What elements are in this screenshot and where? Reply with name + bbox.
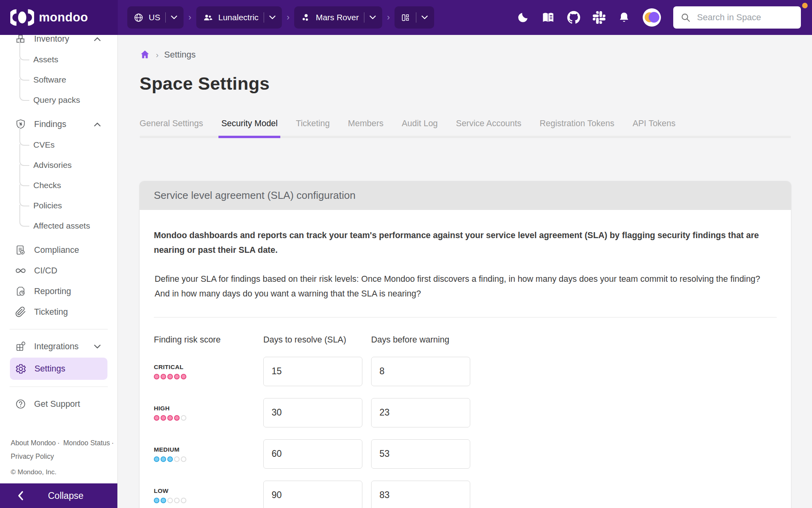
region-selector[interactable]: US (127, 6, 184, 29)
sidebar-item-label: Advisories (33, 160, 72, 170)
column-header-risk-score: Finding risk score (154, 335, 263, 345)
sidebar-item-advisories[interactable]: Advisories (0, 155, 117, 175)
sidebar-item-label: Inventory (34, 35, 69, 44)
sla-intro: Define your SLA for findings based on th… (155, 272, 777, 301)
globe-icon (134, 13, 144, 23)
mondoo-logomark-icon (10, 9, 34, 26)
tab-service-accounts[interactable]: Service Accounts (456, 119, 521, 136)
notification-alert-dot (802, 3, 808, 8)
critical-days-before-warning-input[interactable] (371, 357, 470, 386)
sidebar-item-cicd[interactable]: CI/CD (0, 260, 117, 281)
settings-tabs: General Settings Security Model Ticketin… (140, 119, 791, 136)
tab-general-settings[interactable]: General Settings (140, 119, 203, 136)
chevron-down-icon[interactable] (171, 15, 177, 19)
github-icon[interactable] (567, 11, 580, 24)
high-days-before-warning-input[interactable] (371, 398, 470, 427)
sidebar-item-reporting[interactable]: Reporting (0, 281, 117, 302)
risk-level-name: HIGH (154, 405, 263, 412)
sidebar-item-label: CVEs (33, 140, 55, 150)
sidebar-item-policies[interactable]: Policies (0, 195, 117, 216)
section-divider (154, 317, 777, 318)
sidebar-item-label: Reporting (34, 287, 71, 296)
space-selector[interactable]: Mars Rover (294, 6, 382, 29)
sidebar-item-checks[interactable]: Checks (0, 175, 117, 195)
sidebar-divider (10, 329, 108, 329)
sidebar-item-assets[interactable]: Assets (0, 49, 117, 69)
tab-audit-log[interactable]: Audit Log (402, 119, 438, 136)
risk-score-dots (154, 498, 263, 503)
about-mondoo-link[interactable]: About Mondoo (11, 439, 56, 447)
medium-days-to-resolve-input[interactable] (263, 439, 362, 469)
sidebar-item-affected-assets[interactable]: Affected assets (0, 216, 117, 236)
organization-selector[interactable]: Lunalectric (196, 6, 282, 29)
slack-icon[interactable] (593, 11, 605, 24)
dashboard-layout-icon (401, 13, 411, 23)
chevron-up-icon[interactable] (94, 37, 101, 41)
low-days-before-warning-input[interactable] (371, 481, 470, 508)
risk-row-high-label: HIGH (154, 405, 263, 421)
sidebar-item-inventory[interactable]: Inventory (0, 35, 117, 49)
risk-score-dots (154, 374, 263, 379)
chevron-down-icon[interactable] (269, 15, 276, 19)
sidebar-item-get-support[interactable]: Get Support (0, 394, 117, 414)
chevron-up-icon[interactable] (94, 122, 101, 127)
docs-book-icon[interactable] (542, 11, 555, 24)
sidebar-nav: Inventory Assets Software Query packs Fi… (0, 35, 117, 435)
settings-gear-icon (15, 363, 27, 375)
medium-days-before-warning-input[interactable] (371, 439, 470, 469)
mondoo-logo[interactable]: mondoo (0, 0, 118, 35)
dashboard-selector[interactable] (395, 6, 434, 29)
privacy-policy-link[interactable]: Privacy Policy (11, 452, 54, 460)
risk-level-name: CRITICAL (154, 364, 263, 371)
organization-label: Lunalectric (218, 13, 259, 22)
chip-divider (165, 12, 166, 23)
sidebar-item-software[interactable]: Software (0, 69, 117, 90)
chevron-down-icon[interactable] (94, 344, 101, 349)
sidebar-item-settings[interactable]: Settings (10, 358, 107, 380)
breadcrumb-current[interactable]: Settings (164, 50, 196, 60)
search-input[interactable] (696, 12, 794, 23)
tab-registration-tokens[interactable]: Registration Tokens (540, 119, 614, 136)
risk-level-name: MEDIUM (154, 446, 263, 453)
user-avatar[interactable] (643, 8, 661, 27)
ticketing-paperclip-icon (15, 306, 26, 318)
space-label: Mars Rover (316, 13, 359, 22)
dark-mode-moon-icon[interactable] (517, 11, 529, 24)
chip-divider (364, 12, 364, 23)
chevron-left-icon (17, 491, 23, 500)
sidebar-item-integrations[interactable]: Integrations (0, 336, 117, 357)
space-search[interactable] (673, 6, 801, 29)
sidebar-item-compliance[interactable]: Compliance (0, 240, 117, 260)
mondoo-status-link[interactable]: Mondoo Status (63, 439, 110, 447)
tab-ticketing[interactable]: Ticketing (296, 119, 329, 136)
sidebar-item-findings[interactable]: Findings (0, 114, 117, 135)
low-days-to-resolve-input[interactable] (263, 481, 362, 508)
tab-security-model[interactable]: Security Model (221, 119, 278, 136)
card-body: Mondoo dashboards and reports can track … (140, 210, 791, 508)
reporting-document-pie-icon (15, 286, 26, 297)
sidebar-item-label: Assets (33, 55, 58, 64)
high-days-to-resolve-input[interactable] (263, 398, 362, 427)
avatar-moon-shape (649, 12, 659, 23)
collapse-sidebar-button[interactable]: Collapse (0, 483, 117, 508)
tab-members[interactable]: Members (348, 119, 384, 136)
sidebar-item-cves[interactable]: CVEs (0, 135, 117, 155)
sidebar-item-label: Findings (34, 119, 66, 129)
sidebar-item-query-packs[interactable]: Query packs (0, 90, 117, 110)
risk-row-critical-label: CRITICAL (154, 364, 263, 379)
tab-api-tokens[interactable]: API Tokens (632, 119, 675, 136)
dot-separator: · (57, 439, 60, 447)
sidebar-item-label: Get Support (34, 399, 80, 409)
footer-links: About Mondoo· Mondoo Status· Privacy Pol… (11, 436, 116, 463)
home-icon[interactable] (140, 49, 150, 60)
main-content: › Settings Space Settings General Settin… (118, 35, 812, 508)
notifications-bell-icon[interactable] (618, 11, 630, 24)
risk-score-dots (154, 456, 263, 462)
chevron-down-icon[interactable] (421, 15, 428, 19)
chevron-down-icon[interactable] (370, 15, 376, 19)
critical-days-to-resolve-input[interactable] (263, 357, 362, 386)
card-header: Service level agreement (SLA) configurat… (140, 181, 791, 210)
chip-divider (416, 12, 416, 23)
sidebar-item-label: Settings (34, 364, 65, 374)
sidebar-item-ticketing[interactable]: Ticketing (0, 302, 117, 322)
